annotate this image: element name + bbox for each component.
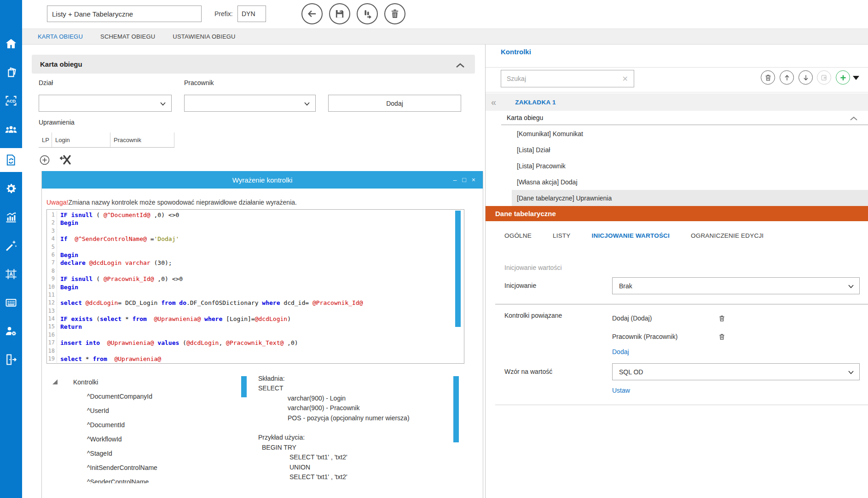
close-button[interactable]: × [472,177,475,183]
zakladka-tab[interactable]: ZAKŁADKA 1 [515,99,556,106]
remove-linked-control-button[interactable] [718,333,726,341]
sidebar-item-magic-wand[interactable] [0,234,22,258]
maximize-button[interactable]: □ [462,177,466,183]
sidebar-item-logout[interactable] [0,348,22,372]
help-scrollbar[interactable] [453,376,459,442]
add-control-caret-icon[interactable] [853,76,859,80]
documents-icon [5,66,17,79]
syntax-help-line: SELECT 'txt1' , 'txt2' [258,453,456,463]
acd-icon: ACD [5,94,17,107]
export-excel-button[interactable] [59,154,72,166]
save-button[interactable] [329,3,350,24]
properties-tab-og-lne[interactable]: OGÓLNE [504,232,532,239]
column-pracownik[interactable]: Pracownik [110,132,174,147]
control-list-item[interactable]: [Komunikat] Komunikat [486,126,868,142]
control-list-item[interactable]: [Dane tabelaryczne] Uprawnienia [486,190,868,206]
sidebar-item-label-field[interactable]: A [0,262,22,286]
tree-item[interactable]: ^InitSenderControlName [44,460,237,475]
code-line: 9IF isnull ( @Pracownik_Id@ ,0) <>0 [47,275,464,283]
code-line: 5 [47,243,464,251]
modal-title-bar[interactable]: Wyrażenie kontrolki – □ × [42,171,483,189]
import-export-button[interactable] [357,3,378,24]
code-line: 19select * from @Uprawnienia@ [47,355,464,363]
tree-item[interactable]: ^WorkflowId [44,432,237,446]
card-group-row[interactable]: Karta obiegu [486,111,868,125]
import-export-icon [361,8,373,20]
statistics-chart-icon [5,211,17,223]
tree-item[interactable]: ^DocumentId [44,418,237,432]
sql-code-editor[interactable]: 1IF isnull ( @^DocumentId@ ,0) <>02Begin… [46,209,464,364]
linked-controls-list: Dodaj (Dodaj)Pracownik (Pracownik) [612,309,750,346]
editor-scrollbar[interactable] [455,211,461,327]
tree-scrollbar[interactable] [241,376,247,397]
init-select-value: Brak [619,282,848,290]
tree-expand-icon[interactable] [52,379,58,384]
tab-karta-obiegu[interactable]: KARTA OBIEGU [38,33,83,40]
sidebar-item-statistics-chart[interactable] [0,205,22,229]
sidebar-item-home[interactable] [0,32,22,56]
tree-item[interactable]: ^StageId [44,446,237,460]
add-linked-control-link[interactable]: Dodaj [612,348,629,355]
column-lp[interactable]: LP [39,132,52,147]
code-line: 6Begin [47,251,464,259]
trash-outline-icon [718,315,726,322]
collapse-group-chevron-icon[interactable] [850,114,858,123]
app-window: ACDA Prefix: KARTA OBIEGU SCHEMAT OBIEGU… [0,0,868,498]
move-control-up-button[interactable] [780,70,794,85]
code-line: 13 [47,307,464,315]
collapse-chevron-icon[interactable] [456,62,465,70]
set-formula-link[interactable]: Ustaw [612,387,630,394]
move-control-out-button[interactable] [817,70,831,85]
tab-schemat-obiegu[interactable]: SCHEMAT OBIEGU [100,33,155,40]
tab-group-row: « ZAKŁADKA 1 [486,93,868,111]
tree-root-row[interactable]: Kontrolki [44,375,237,389]
tree-root-label: Kontrolki [73,378,98,386]
collapse-panel-icon[interactable]: « [491,97,496,107]
delete-workflow-button[interactable] [384,3,405,24]
pracownik-select[interactable] [184,95,316,112]
sidebar-item-acd[interactable]: ACD [0,89,22,113]
properties-tabs: OGÓLNELISTYINICJOWANIE WARTOŚCIOGRANICZE… [504,232,764,239]
card-section-header[interactable]: Karta obiegu [32,55,475,74]
add-control-button[interactable] [836,70,850,85]
properties-tab-inicjowanie-warto-ci[interactable]: INICJOWANIE WARTOŚCI [591,232,670,239]
sidebar-item-users[interactable] [0,117,22,141]
search-input[interactable] [501,75,622,82]
linked-control-label: Dodaj (Dodaj) [612,315,718,322]
formula-select[interactable]: SQL OD [612,363,860,380]
sidebar-item-documents[interactable] [0,60,22,84]
properties-tab-ograniczenie-edycji[interactable]: OGRANICZENIE EDYCJI [691,232,764,239]
syntax-help-line: Składnia: [258,375,456,384]
remove-linked-control-button[interactable] [718,315,726,322]
sidebar-item-settings-gear[interactable] [0,177,22,200]
sidebar-item-numeric-keypad[interactable] [0,291,22,315]
linked-controls-label: Kontrolki powiązane [504,312,562,319]
control-list-item[interactable]: [Lista] Dział [486,142,868,158]
tree-item[interactable]: ^SenderControlName [44,475,237,483]
clear-search-icon[interactable]: ✕ [622,74,628,83]
plus-icon [839,74,847,82]
minimize-button[interactable]: – [453,177,457,183]
sidebar-item-document-sync[interactable] [0,148,22,172]
control-list-item[interactable]: [Lista] Pracownik [486,158,868,174]
properties-tab-listy[interactable]: LISTY [553,232,571,239]
back-button[interactable] [301,3,323,24]
divider [495,304,868,304]
linked-control-row: Dodaj (Dodaj) [612,309,750,327]
tab-ustawienia-obiegu[interactable]: USTAWIENIA OBIEGU [173,33,235,40]
tree-item[interactable]: ^UserId [44,403,237,418]
dodaj-button[interactable]: Dodaj [328,95,461,112]
column-login[interactable]: Login [52,132,110,147]
properties-title: Dane tabelaryczne [495,210,556,218]
move-control-down-button[interactable] [799,70,813,85]
code-line: 15Return [47,323,464,331]
init-select[interactable]: Brak [612,277,860,294]
sidebar-item-user-settings[interactable] [0,319,22,343]
delete-control-button[interactable] [761,70,775,85]
sidebar: ACDA [0,0,22,498]
dzial-select[interactable] [39,95,172,112]
code-line: 3 [47,227,464,235]
control-list-item[interactable]: [Własna akcja] Dodaj [486,174,868,190]
add-row-button[interactable] [40,155,50,165]
tree-item[interactable]: ^DocumentCompanyId [44,389,237,403]
